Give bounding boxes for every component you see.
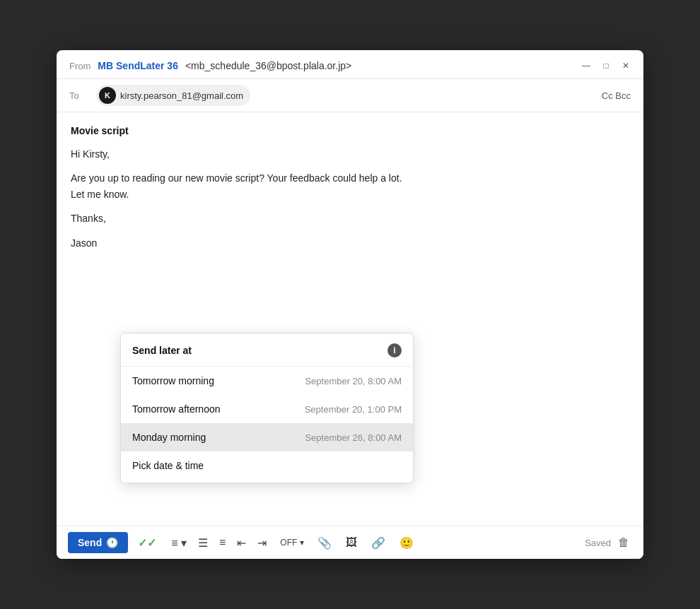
send-button[interactable]: Send 🕐 [68,532,128,553]
option-tomorrow-afternoon[interactable]: Tomorrow afternoon September 20, 1:00 PM [121,395,413,423]
avatar: K [99,87,116,104]
check-button[interactable]: ✓✓ [132,533,162,553]
info-icon[interactable]: i [387,343,402,357]
recipient-chip[interactable]: K kirsty.pearson_81@gmail.com [96,85,250,106]
minimize-button[interactable]: — [581,61,591,71]
email-subject: Movie script [71,125,629,136]
off-toggle[interactable]: OFF ▾ [276,535,308,550]
signature-line: Jason [71,235,629,251]
to-row: To K kirsty.pearson_81@gmail.com Cc Bcc [57,79,643,112]
body-main: Are you up to reading our new movie scri… [71,170,629,202]
closing-line: Thanks, [71,211,629,226]
emoji-button[interactable]: 🙂 [395,533,419,553]
numbered-list-button[interactable]: ≡ [214,533,231,552]
indent-right-button[interactable]: ⇥ [252,533,272,553]
saved-label: Saved [585,538,611,548]
attachment-button[interactable]: 📎 [313,533,337,553]
window-controls: — □ ✕ [581,61,631,71]
clock-icon: 🕐 [106,537,118,548]
maximize-button[interactable]: □ [601,61,611,71]
delete-button[interactable]: 🗑 [615,533,632,552]
recipient-email: kirsty.pearson_81@gmail.com [120,90,243,101]
link-button[interactable]: 🔗 [366,533,390,553]
image-button[interactable]: 🖼 [341,533,362,552]
option-pick-date[interactable]: Pick date & time [121,451,413,480]
indent-left-button[interactable]: ⇤ [232,533,251,553]
popup-title: Send later at [132,345,192,356]
sender-name: MB SendLater 36 [98,60,178,71]
compose-window: From MB SendLater 36 <mb_schedule_36@bpo… [57,50,643,559]
toolbar: Send 🕐 ✓✓ ≡ ▾ ☰ ≡ ⇤ ⇥ OFF ▾ 📎 🖼 🔗 🙂 Save… [57,526,643,559]
greeting-line: Hi Kirsty, [71,146,629,162]
email-content[interactable]: Hi Kirsty, Are you up to reading our new… [71,146,629,251]
option-tomorrow-morning[interactable]: Tomorrow morning September 20, 8:00 AM [121,367,413,395]
bullet-list-button[interactable]: ☰ [193,533,213,553]
send-later-popup: Send later at i Tomorrow morning Septemb… [120,333,414,483]
from-section: From MB SendLater 36 <mb_schedule_36@bpo… [69,60,351,71]
from-label: From [69,61,91,71]
sender-email: <mb_schedule_36@bpost.plala.or.jp> [185,60,351,71]
title-bar: From MB SendLater 36 <mb_schedule_36@bpo… [57,50,643,79]
to-label: To [69,90,89,101]
option-monday-morning[interactable]: Monday morning September 26, 8:00 AM [121,423,413,451]
popup-header: Send later at i [121,333,413,367]
cc-bcc-button[interactable]: Cc Bcc [602,90,631,101]
toolbar-format-group: ≡ ▾ ☰ ≡ ⇤ ⇥ [166,533,272,553]
email-body[interactable]: Movie script Hi Kirsty, Are you up to re… [57,112,643,526]
align-button[interactable]: ≡ ▾ [166,533,192,553]
close-button[interactable]: ✕ [621,61,631,71]
